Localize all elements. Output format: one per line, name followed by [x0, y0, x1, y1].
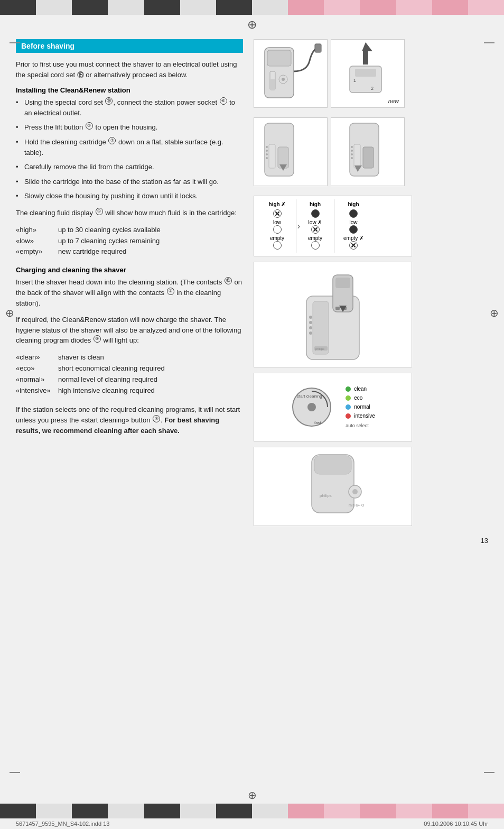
- svg-point-15: [266, 146, 268, 148]
- bottom-bar-seg-11: [360, 804, 396, 818]
- svg-rect-4: [270, 79, 275, 90]
- svg-text:1: 1: [353, 78, 356, 83]
- bottom-shaver-svg: min O — O philips: [280, 449, 386, 523]
- station-cord-image: [254, 39, 328, 108]
- bar-seg-9: [288, 0, 324, 15]
- bar-seg-8: [252, 0, 288, 15]
- remove-lid-image: [254, 117, 328, 186]
- svg-text:2: 2: [371, 86, 374, 91]
- fluid-col2-low-indicator: ✕: [311, 225, 320, 234]
- bar-seg-2: [36, 0, 72, 15]
- svg-rect-14: [269, 144, 275, 168]
- charging-heading: Charging and cleaning the shaver: [16, 266, 243, 274]
- bar-seg-6: [180, 0, 216, 15]
- top-color-bar: [0, 0, 504, 15]
- left-margin-top: [10, 42, 20, 43]
- shaver-station-svg: philips: [280, 264, 386, 365]
- svg-rect-1: [267, 50, 291, 66]
- left-compass-icon: ⊕: [5, 307, 14, 319]
- fluid-col3-low-label: low: [349, 219, 357, 225]
- svg-point-6: [282, 78, 285, 81]
- bar-seg-1: [0, 0, 36, 15]
- fluid-levels-table: «high» up to 30 cleaning cycles availabl…: [16, 225, 243, 257]
- compass-top-icon: ⊕: [0, 15, 504, 34]
- closing-text: If the station selects one of the requir…: [16, 404, 243, 436]
- station-cord-svg: [254, 40, 323, 106]
- fluid-col2-empty-label: empty: [308, 235, 322, 241]
- bottom-bar-seg-7: [216, 804, 252, 818]
- svg-text:start cleaning: start cleaning: [297, 394, 322, 399]
- new-label: new: [388, 98, 399, 104]
- fluid-col2-high-indicator: [311, 209, 320, 218]
- bullet-item-5: Slide the cartridge into the base of the…: [16, 177, 243, 187]
- svg-text:philips: philips: [320, 493, 332, 498]
- section-title: Before shaving: [21, 42, 74, 50]
- right-margin-bottom: [484, 772, 494, 773]
- right-compass-icon: ⊕: [490, 307, 499, 319]
- program-selector-svg: start cleaning fast: [291, 386, 333, 428]
- bottom-bar-seg-8: [252, 804, 288, 818]
- top-images-row: 1 2 new: [254, 39, 412, 108]
- normal-label: normal: [354, 404, 370, 410]
- fluid-col1-high-label: high ✗: [269, 201, 286, 207]
- dot-row-clean: clean: [346, 386, 375, 392]
- svg-rect-47: [314, 456, 351, 474]
- bullet-item-4: Carefully remove the lid from the cartri…: [16, 162, 243, 172]
- cartridge-svg: 1 2: [331, 40, 400, 98]
- bottom-info-bar: 5671457_9595_MN_S4-102.indd 13 09.10.200…: [0, 818, 504, 829]
- bottom-bar-seg-4: [108, 804, 144, 818]
- svg-rect-10: [355, 69, 376, 77]
- fluid-level-low: «low» up to 7 cleaning cycles remaining: [16, 236, 243, 247]
- bar-seg-7: [216, 0, 252, 15]
- fluid-col-2: high low ✗ ✕ empty: [296, 199, 334, 253]
- fluid-level-high: «high» up to 30 cleaning cycles availabl…: [16, 225, 243, 236]
- right-margin-top: [484, 42, 494, 43]
- svg-point-26: [351, 157, 353, 159]
- fluid-col3-empty-indicator: ✕: [349, 241, 358, 250]
- bullet-item-3: Hold the cleaning cartridge ⑦ down on a …: [16, 137, 243, 158]
- fluid-col2-high-label: high: [310, 201, 321, 207]
- svg-rect-22: [354, 144, 360, 168]
- program-normal: «normal» normal level of cleaning requir…: [16, 374, 243, 385]
- installing-heading: Installing the Clean&Renew station: [16, 86, 243, 94]
- left-column: Before shaving Prior to first use you mu…: [16, 39, 243, 526]
- svg-point-24: [351, 150, 353, 152]
- cartridge-new-image: 1 2 new: [331, 39, 405, 108]
- bottom-bar-seg-3: [72, 804, 108, 818]
- left-margin-bottom: [10, 772, 20, 773]
- fluid-col-1: high ✗ ✕ low empty ›: [258, 199, 296, 253]
- section-header: Before shaving: [16, 39, 243, 53]
- svg-point-39: [309, 331, 312, 335]
- fluid-col1-high-indicator: ✕: [273, 209, 282, 218]
- remove-lid-svg: [254, 118, 323, 184]
- bottom-bar-seg-6: [180, 804, 216, 818]
- eco-dot: [346, 395, 351, 401]
- mid-images-row: [254, 117, 412, 186]
- bottom-shaver-image: min O — O philips: [254, 447, 412, 526]
- svg-rect-33: [335, 307, 340, 310]
- page-number: 13: [0, 531, 504, 550]
- fluid-display-diagram: high ✗ ✕ low empty › high: [254, 196, 412, 256]
- bar-seg-14: [468, 0, 504, 15]
- compass-bottom-icon: ⊕: [0, 787, 504, 804]
- svg-point-38: [309, 326, 312, 329]
- intensive-dot: [346, 413, 351, 419]
- fluid-columns: high ✗ ✕ low empty › high: [258, 199, 407, 253]
- dot-row-eco: eco: [346, 395, 375, 401]
- programs-table: «clean» shaver is clean «eco» short econ…: [16, 352, 243, 396]
- bullet-item-6: Slowly close the housing by pushing it d…: [16, 191, 243, 201]
- fluid-col3-low-indicator: [349, 225, 358, 234]
- bottom-bar-seg-2: [36, 804, 72, 818]
- main-layout: Before shaving Prior to first use you mu…: [0, 34, 504, 531]
- svg-point-17: [266, 153, 268, 155]
- svg-text:fast: fast: [314, 420, 322, 425]
- fluid-level-empty: «empty» new cartridge required: [16, 246, 243, 257]
- eco-label: eco: [354, 395, 362, 401]
- page: ⊕ ⊕ ⊕ Before shaving Prior to first use …: [0, 0, 504, 829]
- fluid-col3-high-indicator: [349, 209, 358, 218]
- bottom-bar-seg-13: [432, 804, 468, 818]
- fluid-display-text: The cleaning fluid display ① will show h…: [16, 208, 243, 218]
- program-intensive: «intensive» high intensive cleaning requ…: [16, 385, 243, 397]
- svg-point-43: [307, 403, 316, 411]
- svg-text:— O: — O: [357, 503, 365, 507]
